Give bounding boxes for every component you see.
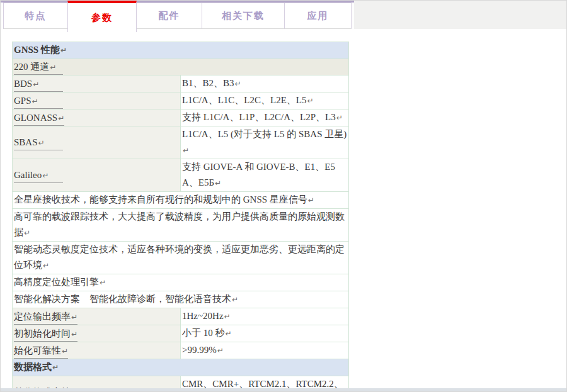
table-row: GPS↵L1C/A、L1C、L2C、L2E、L5↵ <box>13 92 349 109</box>
underlined-label: Galileo↵ <box>14 169 63 183</box>
spec-text-cell: 220 通道↵ <box>13 59 349 76</box>
table-row: 智能化解决方案 智能化故障诊断，智能化语音技术↵ <box>13 291 349 308</box>
return-mark-icon: ↵ <box>226 329 232 338</box>
return-mark-icon: ↵ <box>336 113 343 122</box>
spec-text-cell: 高精度定位处理引擎↵ <box>13 274 349 291</box>
tab-features[interactable]: 特点 <box>3 3 68 29</box>
return-mark-icon: ↵ <box>232 295 238 304</box>
return-mark-icon: ↵ <box>71 313 77 322</box>
underlined-label: SBAS↵ <box>14 136 63 150</box>
spec-label-cell: 定位输出频率↵ <box>13 308 181 325</box>
spec-label-cell: GPS↵ <box>13 92 181 109</box>
table-row: 高可靠的载波跟踪技术，大大提高了载波精度，为用户提供高质量的原始观测数据↵ <box>13 209 349 242</box>
return-mark-icon: ↵ <box>32 97 38 106</box>
table-row: GLONASS↵支持 L1C/A、L1P、L2C/A、L2P、L3↵ <box>13 109 349 126</box>
tab-downloads[interactable]: 相关下载 <box>202 3 285 29</box>
spec-table-body: GNSS 性能↵220 通道↵BDS↵B1、B2、B3↵GPS↵L1C/A、L1… <box>13 42 349 392</box>
spec-value-cell: 支持 GIOVE-A 和 GIOVE-B、E1、E5A、E5Б↵ <box>181 159 349 192</box>
table-row: 高精度定位处理引擎↵ <box>13 274 349 291</box>
spec-label-cell: GLONASS↵ <box>13 109 181 126</box>
table-row: SBAS↵L1C/A、L5 (对于支持 L5 的 SBAS 卫星) ↵ <box>13 126 349 159</box>
return-mark-icon: ↵ <box>224 312 231 321</box>
spec-label-cell: 始化可靠性↵ <box>13 342 181 359</box>
return-mark-icon: ↵ <box>60 46 67 55</box>
table-row: Galileo↵支持 GIOVE-A 和 GIOVE-B、E1、E5A、E5Б↵ <box>13 159 349 192</box>
return-mark-icon: ↵ <box>100 278 106 287</box>
underlined-label: BDS↵ <box>14 77 63 92</box>
return-mark-icon: ↵ <box>183 146 189 155</box>
section-header-cell: GNSS 性能↵ <box>13 42 349 59</box>
spec-label-cell: 初初始化时间↵ <box>13 325 181 342</box>
table-row: 定位输出频率↵1Hz~20Hz↵ <box>13 308 349 325</box>
spec-value-cell: 支持 L1C/A、L1P、L2C/A、L2P、L3↵ <box>181 109 349 126</box>
spec-label-cell: Galileo↵ <box>13 159 181 192</box>
tab-label: 相关下载 <box>222 10 265 22</box>
tab-content-area: GNSS 性能↵220 通道↵BDS↵B1、B2、B3↵GPS↵L1C/A、L1… <box>1 29 566 391</box>
return-mark-icon: ↵ <box>71 330 77 339</box>
spec-value-cell: L1C/A、L1C、L2C、L2E、L5↵ <box>181 92 349 109</box>
underlined-label: 定位输出频率↵ <box>14 310 77 325</box>
return-mark-icon: ↵ <box>33 80 39 89</box>
spec-text-cell: 智能化解决方案 智能化故障诊断，智能化语音技术↵ <box>13 291 349 308</box>
tab-strip: 特点 参数 配件 相关下载 应用 <box>1 1 354 29</box>
tab-label: 配件 <box>159 10 180 22</box>
return-mark-icon: ↵ <box>217 346 224 355</box>
return-mark-icon: ↵ <box>38 138 45 147</box>
spec-label-cell: SBAS↵ <box>13 126 181 159</box>
spec-table: GNSS 性能↵220 通道↵BDS↵B1、B2、B3↵GPS↵L1C/A、L1… <box>12 42 349 392</box>
tab-applications[interactable]: 应用 <box>284 3 352 29</box>
underlined-label: 初初始化时间↵ <box>14 327 77 342</box>
spec-text-cell: 全星座接收技术，能够支持来自所有现行的和规划中的 GNSS 星座信号↵ <box>13 192 349 209</box>
underlined-label: GLONASS↵ <box>14 111 64 126</box>
tab-label: 应用 <box>307 10 329 22</box>
table-row: 220 通道↵ <box>13 59 349 76</box>
table-row: 初初始化时间↵小于 10 秒↵ <box>13 325 349 342</box>
page-bottom-edge <box>1 388 566 391</box>
spec-value-cell: 1Hz~20Hz↵ <box>181 308 349 325</box>
section-header-cell: 数据格式↵ <box>13 359 349 376</box>
return-mark-icon: ↵ <box>235 79 241 88</box>
tab-bar: 特点 参数 配件 相关下载 应用 <box>1 1 566 30</box>
return-mark-icon: ↵ <box>52 363 59 372</box>
table-row: BDS↵B1、B2、B3↵ <box>13 76 349 92</box>
return-mark-icon: ↵ <box>58 114 64 123</box>
return-mark-icon: ↵ <box>42 171 49 180</box>
spec-label-cell: BDS↵ <box>13 76 181 92</box>
table-row: 全星座接收技术，能够支持来自所有现行的和规划中的 GNSS 星座信号↵ <box>13 192 349 209</box>
spec-text-cell: 高可靠的载波跟踪技术，大大提高了载波精度，为用户提供高质量的原始观测数据↵ <box>13 209 349 242</box>
spec-value-cell: >99.99%↵ <box>181 342 349 359</box>
spec-value-cell: 小于 10 秒↵ <box>181 325 349 342</box>
tab-accessories[interactable]: 配件 <box>136 3 202 29</box>
table-row: 智能动态灵敏度定位技术，适应各种环境的变换，适应更加恶劣、更远距离的定位环境↵ <box>13 242 349 274</box>
product-spec-page: 特点 参数 配件 相关下载 应用 GNSS 性能↵220 通道↵BDS↵B1、B… <box>0 0 567 392</box>
spec-value-cell: L1C/A、L5 (对于支持 L5 的 SBAS 卫星) ↵ <box>181 126 349 159</box>
table-row: 数据格式↵ <box>13 359 349 376</box>
return-mark-icon: ↵ <box>24 228 30 237</box>
underlined-label: 始化可靠性↵ <box>14 344 68 359</box>
table-row: 始化可靠性↵>99.99%↵ <box>13 342 349 359</box>
underlined-label: 220 通道↵ <box>14 60 63 75</box>
spec-text-cell: 智能动态灵敏度定位技术，适应各种环境的变换，适应更加恶劣、更远距离的定位环境↵ <box>13 242 349 274</box>
return-mark-icon: ↵ <box>308 196 314 204</box>
return-mark-icon: ↵ <box>215 179 221 188</box>
tab-label: 参数 <box>91 12 113 24</box>
spec-value-cell: B1、B2、B3↵ <box>181 76 349 92</box>
return-mark-icon: ↵ <box>62 347 68 356</box>
tab-label: 特点 <box>25 10 47 22</box>
return-mark-icon: ↵ <box>43 261 49 270</box>
return-mark-icon: ↵ <box>307 96 314 105</box>
return-mark-icon: ↵ <box>50 63 56 72</box>
underlined-label: GPS↵ <box>14 94 63 109</box>
table-row: GNSS 性能↵ <box>13 42 349 59</box>
tab-parameters[interactable]: 参数 <box>67 1 137 32</box>
